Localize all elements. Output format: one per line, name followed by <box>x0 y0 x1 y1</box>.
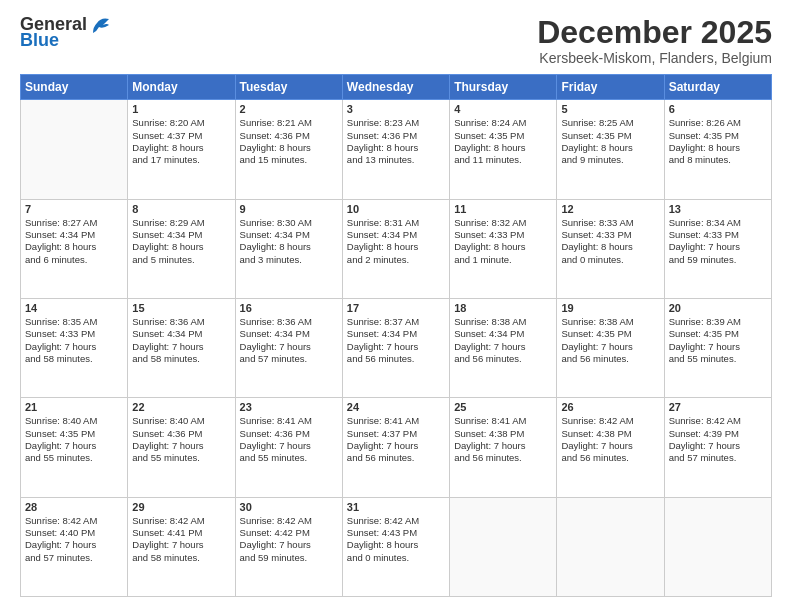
calendar-week-row: 21Sunrise: 8:40 AMSunset: 4:35 PMDayligh… <box>21 398 772 497</box>
table-row: 18Sunrise: 8:38 AMSunset: 4:34 PMDayligh… <box>450 298 557 397</box>
day-info: Sunrise: 8:20 AMSunset: 4:37 PMDaylight:… <box>132 117 230 166</box>
day-info: Sunrise: 8:35 AMSunset: 4:33 PMDaylight:… <box>25 316 123 365</box>
day-number: 30 <box>240 501 338 513</box>
table-row: 3Sunrise: 8:23 AMSunset: 4:36 PMDaylight… <box>342 100 449 199</box>
col-saturday: Saturday <box>664 75 771 100</box>
table-row <box>450 497 557 596</box>
day-info: Sunrise: 8:26 AMSunset: 4:35 PMDaylight:… <box>669 117 767 166</box>
day-info: Sunrise: 8:42 AMSunset: 4:42 PMDaylight:… <box>240 515 338 564</box>
day-info: Sunrise: 8:25 AMSunset: 4:35 PMDaylight:… <box>561 117 659 166</box>
table-row: 25Sunrise: 8:41 AMSunset: 4:38 PMDayligh… <box>450 398 557 497</box>
day-number: 12 <box>561 203 659 215</box>
table-row: 12Sunrise: 8:33 AMSunset: 4:33 PMDayligh… <box>557 199 664 298</box>
table-row: 13Sunrise: 8:34 AMSunset: 4:33 PMDayligh… <box>664 199 771 298</box>
table-row: 11Sunrise: 8:32 AMSunset: 4:33 PMDayligh… <box>450 199 557 298</box>
day-info: Sunrise: 8:36 AMSunset: 4:34 PMDaylight:… <box>132 316 230 365</box>
day-number: 16 <box>240 302 338 314</box>
table-row: 31Sunrise: 8:42 AMSunset: 4:43 PMDayligh… <box>342 497 449 596</box>
day-number: 24 <box>347 401 445 413</box>
logo-blue: Blue <box>20 31 59 51</box>
day-info: Sunrise: 8:40 AMSunset: 4:35 PMDaylight:… <box>25 415 123 464</box>
table-row: 16Sunrise: 8:36 AMSunset: 4:34 PMDayligh… <box>235 298 342 397</box>
calendar-header-row: Sunday Monday Tuesday Wednesday Thursday… <box>21 75 772 100</box>
day-info: Sunrise: 8:42 AMSunset: 4:38 PMDaylight:… <box>561 415 659 464</box>
day-number: 20 <box>669 302 767 314</box>
table-row <box>664 497 771 596</box>
table-row: 23Sunrise: 8:41 AMSunset: 4:36 PMDayligh… <box>235 398 342 497</box>
table-row: 30Sunrise: 8:42 AMSunset: 4:42 PMDayligh… <box>235 497 342 596</box>
day-info: Sunrise: 8:36 AMSunset: 4:34 PMDaylight:… <box>240 316 338 365</box>
table-row <box>21 100 128 199</box>
day-number: 29 <box>132 501 230 513</box>
table-row: 14Sunrise: 8:35 AMSunset: 4:33 PMDayligh… <box>21 298 128 397</box>
logo: General Blue <box>20 15 111 51</box>
day-info: Sunrise: 8:38 AMSunset: 4:34 PMDaylight:… <box>454 316 552 365</box>
day-info: Sunrise: 8:41 AMSunset: 4:37 PMDaylight:… <box>347 415 445 464</box>
table-row: 26Sunrise: 8:42 AMSunset: 4:38 PMDayligh… <box>557 398 664 497</box>
day-info: Sunrise: 8:38 AMSunset: 4:35 PMDaylight:… <box>561 316 659 365</box>
page: General Blue December 2025 Kersbeek-Misk… <box>0 0 792 612</box>
day-info: Sunrise: 8:21 AMSunset: 4:36 PMDaylight:… <box>240 117 338 166</box>
table-row: 21Sunrise: 8:40 AMSunset: 4:35 PMDayligh… <box>21 398 128 497</box>
day-info: Sunrise: 8:23 AMSunset: 4:36 PMDaylight:… <box>347 117 445 166</box>
table-row: 5Sunrise: 8:25 AMSunset: 4:35 PMDaylight… <box>557 100 664 199</box>
day-info: Sunrise: 8:42 AMSunset: 4:41 PMDaylight:… <box>132 515 230 564</box>
table-row: 7Sunrise: 8:27 AMSunset: 4:34 PMDaylight… <box>21 199 128 298</box>
day-number: 9 <box>240 203 338 215</box>
table-row: 27Sunrise: 8:42 AMSunset: 4:39 PMDayligh… <box>664 398 771 497</box>
day-number: 25 <box>454 401 552 413</box>
table-row: 9Sunrise: 8:30 AMSunset: 4:34 PMDaylight… <box>235 199 342 298</box>
day-number: 14 <box>25 302 123 314</box>
table-row: 20Sunrise: 8:39 AMSunset: 4:35 PMDayligh… <box>664 298 771 397</box>
day-info: Sunrise: 8:30 AMSunset: 4:34 PMDaylight:… <box>240 217 338 266</box>
day-number: 22 <box>132 401 230 413</box>
day-info: Sunrise: 8:42 AMSunset: 4:43 PMDaylight:… <box>347 515 445 564</box>
calendar-week-row: 7Sunrise: 8:27 AMSunset: 4:34 PMDaylight… <box>21 199 772 298</box>
col-monday: Monday <box>128 75 235 100</box>
day-number: 7 <box>25 203 123 215</box>
day-number: 4 <box>454 103 552 115</box>
header: General Blue December 2025 Kersbeek-Misk… <box>20 15 772 66</box>
col-thursday: Thursday <box>450 75 557 100</box>
table-row: 28Sunrise: 8:42 AMSunset: 4:40 PMDayligh… <box>21 497 128 596</box>
day-number: 10 <box>347 203 445 215</box>
day-number: 19 <box>561 302 659 314</box>
table-row: 8Sunrise: 8:29 AMSunset: 4:34 PMDaylight… <box>128 199 235 298</box>
day-number: 13 <box>669 203 767 215</box>
col-friday: Friday <box>557 75 664 100</box>
calendar-week-row: 28Sunrise: 8:42 AMSunset: 4:40 PMDayligh… <box>21 497 772 596</box>
day-info: Sunrise: 8:27 AMSunset: 4:34 PMDaylight:… <box>25 217 123 266</box>
calendar-table: Sunday Monday Tuesday Wednesday Thursday… <box>20 74 772 597</box>
day-number: 11 <box>454 203 552 215</box>
table-row: 4Sunrise: 8:24 AMSunset: 4:35 PMDaylight… <box>450 100 557 199</box>
day-info: Sunrise: 8:31 AMSunset: 4:34 PMDaylight:… <box>347 217 445 266</box>
day-number: 17 <box>347 302 445 314</box>
col-wednesday: Wednesday <box>342 75 449 100</box>
subtitle: Kersbeek-Miskom, Flanders, Belgium <box>537 50 772 66</box>
col-tuesday: Tuesday <box>235 75 342 100</box>
day-info: Sunrise: 8:42 AMSunset: 4:40 PMDaylight:… <box>25 515 123 564</box>
day-number: 15 <box>132 302 230 314</box>
day-number: 6 <box>669 103 767 115</box>
day-info: Sunrise: 8:37 AMSunset: 4:34 PMDaylight:… <box>347 316 445 365</box>
day-info: Sunrise: 8:29 AMSunset: 4:34 PMDaylight:… <box>132 217 230 266</box>
table-row: 19Sunrise: 8:38 AMSunset: 4:35 PMDayligh… <box>557 298 664 397</box>
day-info: Sunrise: 8:32 AMSunset: 4:33 PMDaylight:… <box>454 217 552 266</box>
table-row <box>557 497 664 596</box>
day-number: 28 <box>25 501 123 513</box>
table-row: 1Sunrise: 8:20 AMSunset: 4:37 PMDaylight… <box>128 100 235 199</box>
logo-bird-icon <box>89 15 111 35</box>
col-sunday: Sunday <box>21 75 128 100</box>
table-row: 17Sunrise: 8:37 AMSunset: 4:34 PMDayligh… <box>342 298 449 397</box>
table-row: 22Sunrise: 8:40 AMSunset: 4:36 PMDayligh… <box>128 398 235 497</box>
day-number: 21 <box>25 401 123 413</box>
calendar-week-row: 14Sunrise: 8:35 AMSunset: 4:33 PMDayligh… <box>21 298 772 397</box>
day-number: 2 <box>240 103 338 115</box>
day-info: Sunrise: 8:39 AMSunset: 4:35 PMDaylight:… <box>669 316 767 365</box>
day-info: Sunrise: 8:41 AMSunset: 4:36 PMDaylight:… <box>240 415 338 464</box>
day-number: 27 <box>669 401 767 413</box>
day-number: 23 <box>240 401 338 413</box>
table-row: 6Sunrise: 8:26 AMSunset: 4:35 PMDaylight… <box>664 100 771 199</box>
day-info: Sunrise: 8:40 AMSunset: 4:36 PMDaylight:… <box>132 415 230 464</box>
day-number: 26 <box>561 401 659 413</box>
